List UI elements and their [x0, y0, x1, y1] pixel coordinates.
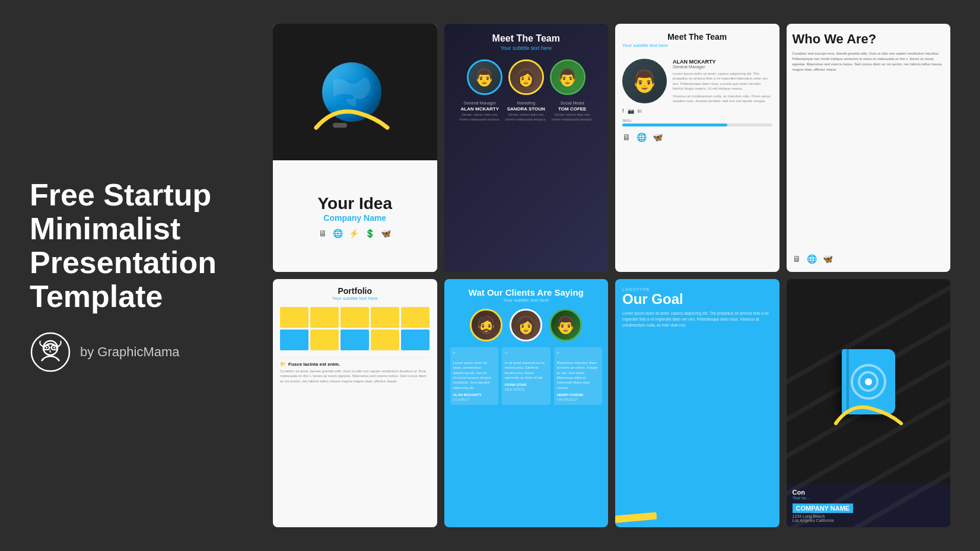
team-member-info-dark: General Manager ALAN MCKARTY Donec rutru…: [459, 101, 594, 122]
your-idea-top: [273, 24, 437, 160]
featured-name: ALAN MCKARTY: [673, 59, 772, 65]
portfolio-item-title: Fusce lacinia est enim.: [288, 362, 340, 367]
client-name-1: ALAN MCKARTY: [453, 392, 496, 397]
skill-fill: [622, 124, 727, 126]
clients-quotes-row: " Lorem ipsum dolor sit amet, consectetu…: [450, 347, 603, 405]
dollar-icon: 💲: [365, 229, 375, 238]
member-sandra: Marketing SANDRA STOUN Donec rutrum feli…: [505, 101, 548, 122]
client-face-3: 👨: [551, 311, 580, 340]
featured-role: General Manager: [673, 65, 772, 69]
client-quote-text-3: Maecenas interdum diam id lorem se-cteto…: [557, 360, 600, 390]
quote-mark-3: ": [557, 351, 559, 359]
client-face-2: 👩: [511, 311, 540, 340]
con-subtitle: Your su...: [793, 496, 945, 500]
sandra-name: SANDRA STOUN: [507, 106, 545, 112]
clients-title: Wat Our Clients Are Saying: [469, 287, 584, 297]
client-name-2: FIONA STAR: [505, 382, 548, 387]
sandra-desc: Donec rutrum felis nec lorem malesuada t…: [505, 113, 548, 122]
book-container: [842, 349, 895, 414]
portfolio-item-body: Curabitur sit amet, laoreet gravida odio…: [280, 369, 430, 384]
tom-desc: Donec rutrum felis nec lorem malesuada t…: [551, 113, 594, 122]
member-tom: Social Media TOM COFEE Donec rutrum feli…: [551, 101, 594, 122]
team-detail-row: 👨 ALAN MCKARTY General Manager Lorem ips…: [622, 59, 772, 103]
featured-avatar-face: 👨: [622, 59, 667, 103]
client-role-2: REAL ESTATE: [505, 388, 548, 392]
meet-team-dark-subtitle: Your subtitle text here: [500, 45, 552, 51]
who-butterfly-icon: 🦋: [823, 254, 833, 264]
portfolio-cell-6: [280, 330, 308, 350]
client-quote-1: " Lorem ipsum dolor sit amet, consectetu…: [450, 347, 499, 405]
team-avatars-dark: 👨 👩 👨: [467, 59, 586, 95]
slide-our-goal[interactable]: Logotype Our Goal Lorem ipsum dolor sit …: [615, 279, 779, 527]
slide-your-idea[interactable]: Your Idea Company Name 🖥 🌐 ⚡ 💲 🦋: [273, 24, 437, 272]
who-we-are-title: Who We Are?: [793, 32, 945, 46]
left-panel: Free Startup Minimalist Presentation Tem…: [30, 24, 255, 527]
yellow-wire-svg: [310, 95, 399, 131]
slide-meet-team-dark[interactable]: Meet The Team Your subtitle text here 👨 …: [444, 24, 609, 272]
meet-team-light-subtitle: Your subtitle text here: [622, 43, 668, 48]
featured-bio-2: Vivamus at condimentum nulla, ac Interdu…: [673, 94, 772, 104]
skill-bar-container: SKILL: [622, 119, 772, 126]
social-icons: f 📷 in: [622, 108, 642, 114]
portfolio-subtitle: Your subtitle text here: [332, 296, 378, 301]
client-role-1: CO-DIRECT: [453, 398, 496, 402]
facebook-icon: f: [622, 108, 624, 114]
portfolio-desc-title: 📁 Fusce lacinia est enim.: [280, 362, 430, 367]
team-avatar-alan: 👨: [467, 59, 502, 95]
monitor-icon-2: 🖥: [622, 132, 631, 142]
portfolio-cell-2: [310, 307, 339, 328]
client-quote-2: " In sit amet placerat est ut viverra er…: [502, 347, 551, 405]
skill-bar: [622, 124, 772, 126]
portfolio-cell-5: [401, 307, 429, 328]
quote-mark-2: ": [505, 351, 507, 359]
svg-point-6: [53, 347, 55, 349]
tom-name: TOM COFEE: [558, 106, 586, 112]
client-avatar-1: 🧔: [470, 309, 502, 341]
slide-contact-book[interactable]: Con Your su... COMPANY NAME 1234 Long Be…: [787, 279, 951, 527]
featured-bio: Lorem ipsum dolor sit amet, caseco adipi…: [673, 71, 772, 91]
sandra-role: Marketing: [517, 101, 535, 105]
book-wire-svg: [833, 397, 904, 426]
who-monitor-icon: 🖥: [793, 254, 801, 264]
portfolio-cell-4: [371, 307, 399, 328]
client-quote-text-1: Lorem ipsum dolor sit amet, consectetur …: [453, 360, 496, 390]
client-quote-3: " Maecenas interdum diam id lorem se-cte…: [554, 347, 603, 405]
portfolio-grid: [280, 307, 430, 350]
portfolio-cell-3: [341, 307, 369, 328]
portfolio-cell-1: [280, 307, 308, 328]
who-icons-row: 🖥 🌐 🦋: [793, 254, 945, 264]
portfolio-cell-7: [310, 330, 339, 350]
contact-company-name: COMPANY NAME: [793, 504, 854, 513]
author-text: by GraphicMama: [80, 344, 180, 360]
contact-info-area: Con Your su... COMPANY NAME 1234 Long Be…: [787, 484, 951, 527]
clients-avatars-row: 🧔 👩 👨: [470, 309, 582, 341]
book-target-core: [865, 378, 872, 385]
alan-name: ALAN MCKARTY: [461, 106, 499, 112]
book-target-outer: [851, 364, 886, 400]
featured-avatar: 👨: [622, 59, 667, 103]
slide-meet-team-light[interactable]: Meet The Team Your subtitle text here 👨 …: [615, 24, 779, 272]
book-target-inner: [858, 371, 879, 392]
portfolio-cell-10: [401, 330, 429, 350]
bottom-icons-light: 🖥 🌐 🦋: [622, 132, 663, 142]
slide-who-we-are[interactable]: Who We Are? Curabitur sed suscipit eros,…: [787, 24, 951, 272]
main-container: Free Startup Minimalist Presentation Tem…: [0, 0, 980, 551]
portfolio-desc: 📁 Fusce lacinia est enim. Curabitur sit …: [280, 357, 430, 384]
globe-icon: 🌐: [333, 229, 343, 238]
linkedin-icon: in: [638, 108, 642, 114]
globe-icon-2: 🌐: [637, 132, 647, 142]
client-avatar-2: 👩: [510, 309, 542, 341]
alan-role: General Manager: [464, 101, 496, 105]
alan-desc: Donec rutrum felis nec lorem malesuada t…: [459, 113, 501, 122]
bolt-icon: ⚡: [349, 229, 359, 238]
instagram-icon: 📷: [628, 108, 634, 114]
client-avatar-3: 👨: [549, 309, 582, 341]
book-image-area: [787, 279, 951, 484]
portfolio-cell-8: [341, 330, 369, 350]
contact-city: Los Angeles California: [793, 518, 945, 522]
your-idea-title: Your Idea: [317, 194, 392, 213]
slide-portfolio[interactable]: Portfolio Your subtitle text here 📁 Fusc…: [273, 279, 437, 527]
bottom-icons-row: 🖥 🌐 ⚡ 💲 🦋: [319, 229, 391, 238]
slide-clients[interactable]: Wat Our Clients Are Saying Your subtitle…: [444, 279, 609, 527]
globe-decoration: [310, 56, 399, 128]
